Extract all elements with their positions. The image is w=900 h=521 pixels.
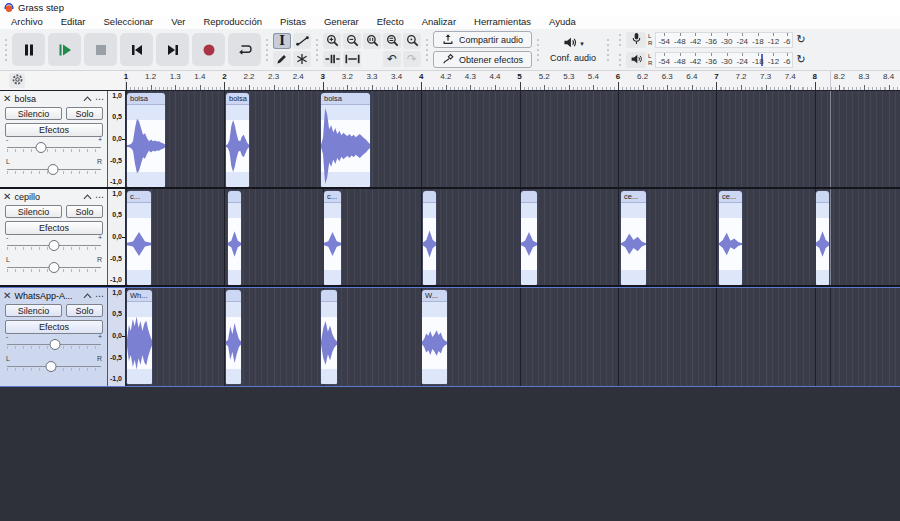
slider-thumb[interactable] <box>48 164 59 175</box>
skip-to-start-button[interactable] <box>120 33 153 66</box>
effects-button[interactable]: Efectos <box>5 320 103 334</box>
audio-clip[interactable]: bolsa <box>320 92 371 187</box>
track-name[interactable]: WhatsApp-A... <box>14 291 80 301</box>
envelope-tool-button[interactable] <box>293 33 311 49</box>
pan-slider[interactable]: LR <box>5 258 103 274</box>
track-panel[interactable]: ✕WhatsApp-A...⋯SilencioSoloEfectos-+LR <box>0 288 108 386</box>
slider-thumb[interactable] <box>49 262 60 273</box>
audio-clip[interactable] <box>520 190 538 285</box>
audio-clip[interactable] <box>225 289 242 385</box>
playback-meter-button[interactable] <box>626 52 646 68</box>
audio-clip[interactable]: bolsa <box>225 92 250 187</box>
drag-grip[interactable] <box>617 33 623 47</box>
skip-to-end-button[interactable] <box>156 33 189 66</box>
mute-button[interactable]: Silencio <box>5 304 62 317</box>
effects-button[interactable]: Efectos <box>5 221 103 235</box>
clip-label[interactable] <box>816 191 829 203</box>
selection-tool-button[interactable]: I <box>273 33 291 49</box>
clip-label[interactable] <box>226 290 241 302</box>
clip-label[interactable]: ce... <box>719 191 742 203</box>
track-name[interactable]: cepillo <box>14 192 80 202</box>
menu-item-ayuda[interactable]: Ayuda <box>540 15 585 29</box>
slider-thumb[interactable] <box>46 361 57 372</box>
gain-slider[interactable]: -+ <box>5 335 103 351</box>
audio-clip[interactable]: c... <box>323 190 342 285</box>
drag-grip[interactable] <box>314 37 320 63</box>
track-lane[interactable]: bolsabolsabolsa <box>126 91 900 187</box>
timeline[interactable]: 11.21.31.422.22.32.433.23.33.444.24.34.4… <box>0 71 900 91</box>
loop-button[interactable] <box>228 33 261 66</box>
mute-button[interactable]: Silencio <box>5 107 62 120</box>
audio-clip[interactable] <box>422 190 437 285</box>
audio-clip[interactable]: bolsa <box>126 92 166 187</box>
zoom-toggle-button[interactable] <box>403 33 421 49</box>
clip-label[interactable]: c... <box>324 191 341 203</box>
timeline-options-button[interactable] <box>9 73 25 88</box>
menu-item-pistas[interactable]: Pistas <box>271 15 315 29</box>
clip-label[interactable] <box>423 191 436 203</box>
stop-button[interactable] <box>84 33 117 66</box>
collapse-button[interactable] <box>83 192 92 202</box>
close-track-button[interactable]: ✕ <box>3 290 11 302</box>
slider-thumb[interactable] <box>35 142 46 153</box>
share-audio-button[interactable]: Compartir audio <box>433 31 532 48</box>
pan-slider[interactable]: LR <box>5 160 103 176</box>
redo-button[interactable]: ↷ <box>403 51 421 67</box>
audio-clip[interactable] <box>227 190 242 285</box>
get-effects-button[interactable]: Obtener efectos <box>433 51 532 68</box>
close-track-button[interactable]: ✕ <box>3 191 11 203</box>
drag-grip[interactable] <box>605 37 611 63</box>
clip-label[interactable]: c... <box>127 191 151 203</box>
meter-refresh-icon[interactable]: ↻ <box>796 33 805 46</box>
track-menu-button[interactable]: ⋯ <box>95 291 105 301</box>
clip-label[interactable] <box>321 290 337 302</box>
audio-clip[interactable]: Wh... <box>126 289 153 385</box>
track-lane[interactable]: Wh...W... <box>126 288 900 386</box>
silence-selection-button[interactable] <box>343 51 361 67</box>
empty-track-area[interactable] <box>0 387 900 521</box>
mute-button[interactable]: Silencio <box>5 205 62 218</box>
menu-item-archivo[interactable]: Archivo <box>2 15 52 29</box>
drag-grip[interactable] <box>535 37 541 63</box>
menu-item-reproduccion[interactable]: Reproducción <box>194 15 271 29</box>
menu-item-generar[interactable]: Generar <box>315 15 368 29</box>
undo-button[interactable]: ↶ <box>383 51 401 67</box>
gain-slider[interactable]: -+ <box>5 236 103 252</box>
record-meter-button[interactable] <box>626 32 646 48</box>
gain-slider[interactable]: -+ <box>5 138 103 154</box>
collapse-button[interactable] <box>83 94 92 104</box>
track-menu-button[interactable]: ⋯ <box>95 94 105 104</box>
audio-clip[interactable]: ce... <box>620 190 647 285</box>
record-button[interactable] <box>192 33 225 66</box>
clip-label[interactable] <box>228 191 241 203</box>
draw-tool-button[interactable] <box>273 51 291 67</box>
audio-clip[interactable]: ce... <box>718 190 743 285</box>
vertical-scale[interactable]: 1,00,50,0-0,5-1,0 <box>108 288 126 386</box>
track-lane[interactable]: c...c...ce...ce... <box>126 189 900 285</box>
menu-item-ver[interactable]: Ver <box>162 15 194 29</box>
clip-label[interactable]: bolsa <box>226 93 249 105</box>
drag-grip[interactable] <box>264 37 270 63</box>
clip-label[interactable]: W... <box>422 290 447 302</box>
menu-item-editar[interactable]: Editar <box>52 15 95 29</box>
fit-project-button[interactable] <box>383 33 401 49</box>
recording-meter[interactable]: LR -54-48-42-36-30-24-18-12-6 ↻ <box>614 31 806 49</box>
slider-thumb[interactable] <box>49 339 60 350</box>
clip-label[interactable]: ce... <box>621 191 646 203</box>
audio-setup-button[interactable]: ▾ Conf. audio <box>544 36 602 63</box>
recording-meter-scale[interactable]: -54-48-42-36-30-24-18-12-6 <box>655 32 793 48</box>
solo-button[interactable]: Solo <box>66 107 103 120</box>
collapse-button[interactable] <box>83 291 92 301</box>
drag-grip[interactable] <box>617 53 623 67</box>
audio-clip[interactable] <box>320 289 338 385</box>
multi-tool-button[interactable] <box>293 51 311 67</box>
menu-item-seleccionar[interactable]: Seleccionar <box>95 15 163 29</box>
play-button[interactable] <box>48 33 81 66</box>
clip-label[interactable]: bolsa <box>321 93 370 105</box>
meter-refresh-icon[interactable]: ↻ <box>796 53 805 66</box>
zoom-in-button[interactable] <box>323 33 341 49</box>
pan-slider[interactable]: LR <box>5 357 103 373</box>
track-panel[interactable]: ✕bolsa⋯SilencioSoloEfectos-+LR <box>0 91 108 187</box>
audio-clip[interactable] <box>815 190 830 285</box>
vertical-scale[interactable]: 1,00,50,0-0,5-1,0 <box>108 91 126 187</box>
